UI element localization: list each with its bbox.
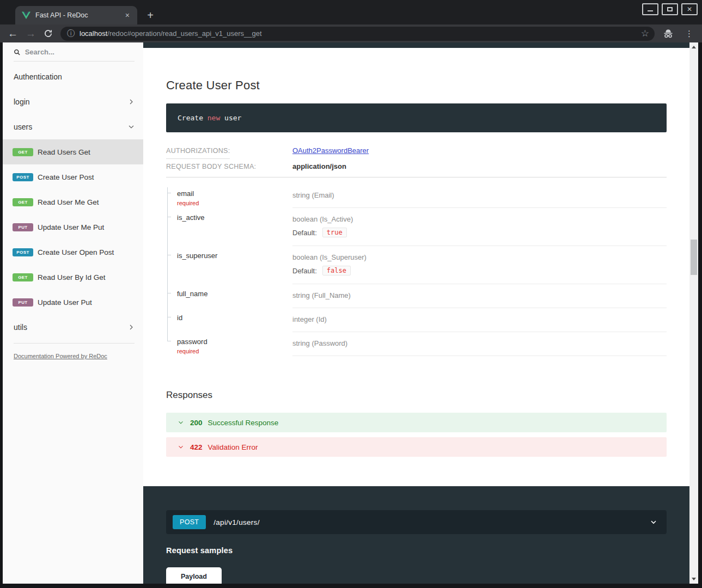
field-default-row: Default:false (292, 266, 667, 275)
browser-menu-icon[interactable]: ⋮ (682, 29, 697, 39)
browser-tab-bar: Fast API - ReDoc × + ✕ (0, 0, 702, 24)
schema-field-full-name: full_namestring (Full_Name) (166, 284, 667, 308)
schema-field-is-active: is_activeboolean (Is_Active)Default:true (166, 208, 667, 246)
method-badge-put: PUT (13, 298, 33, 307)
required-label: required (177, 200, 292, 206)
url-path: /redoc#operation/read_users_api_v1_users… (107, 29, 261, 38)
tab-title: Fast API - ReDoc (35, 11, 118, 19)
responses-title: Responses (166, 390, 667, 401)
search-input[interactable] (25, 48, 135, 56)
browser-tab[interactable]: Fast API - ReDoc × (15, 6, 137, 24)
page-scrollbar[interactable] (689, 42, 698, 584)
method-badge-post: POST (13, 173, 33, 181)
schema-field-id: idinteger (Id) (166, 308, 667, 332)
page-viewport: AuthenticationloginusersGETRead Users Ge… (0, 42, 702, 584)
description-pre: Create (178, 114, 207, 122)
sidebar-item-utils[interactable]: utils (3, 315, 143, 340)
default-value: true (322, 228, 347, 237)
field-name: full_name (177, 290, 292, 298)
redoc-footer-link[interactable]: Documentation Powered by ReDoc (14, 353, 107, 359)
tab-close-icon[interactable]: × (123, 10, 132, 20)
operation-section: Create User Post Create new user AUTHORI… (143, 78, 689, 457)
search-row (14, 48, 135, 62)
chevron-down-icon (649, 518, 658, 526)
oauth2-link[interactable]: OAuth2PasswordBearer (292, 146, 369, 155)
response-code: 422 (190, 443, 203, 451)
new-tab-button[interactable]: + (143, 8, 158, 23)
scrollbar-up-icon[interactable] (692, 46, 696, 48)
field-type-cell: boolean (Is_Superuser)Default:false (292, 246, 667, 284)
tree-connector (166, 284, 177, 308)
sidebar-item-update-user-me-put[interactable]: PUTUpdate User Me Put (3, 215, 143, 240)
schema-field-password: passwordrequiredstring (Password) (166, 332, 667, 356)
vue-favicon-icon (22, 11, 30, 20)
close-button[interactable]: ✕ (681, 3, 698, 15)
bookmark-star-icon[interactable]: ☆ (641, 28, 649, 39)
field-type: string (Password) (292, 339, 667, 347)
sidebar-item-read-user-by-id-get[interactable]: GETRead User By Id Get (3, 265, 143, 290)
sidebar-item-read-users-get[interactable]: GETRead Users Get (3, 139, 143, 164)
window-controls: ✕ (642, 3, 698, 15)
sidebar-item-authentication[interactable]: Authentication (3, 64, 143, 89)
scrollbar-thumb[interactable] (691, 240, 697, 275)
close-icon: ✕ (687, 6, 692, 13)
sidebar-item-label: users (14, 122, 127, 131)
field-type-cell: boolean (Is_Active)Default:true (292, 208, 667, 246)
default-value: false (322, 266, 351, 275)
sidebar-item-update-user-put[interactable]: PUTUpdate User Put (3, 290, 143, 315)
field-name: id (177, 314, 292, 322)
sidebar-item-read-user-me-get[interactable]: GETRead User Me Get (3, 189, 143, 215)
field-type: string (Full_Name) (292, 291, 667, 299)
request-samples-title: Request samples (166, 546, 667, 555)
sidebar-item-label: Read User Me Get (38, 198, 136, 206)
url-text: localhost/redoc#operation/read_users_api… (80, 29, 636, 38)
sidebar-item-label: Create User Post (38, 173, 136, 181)
address-bar[interactable]: ⓘ localhost/redoc#operation/read_users_a… (60, 27, 655, 41)
method-badge-put: PUT (13, 223, 33, 231)
method-badge-post: POST (13, 248, 33, 256)
field-name-cell: emailrequired (177, 184, 292, 208)
operation-description-code: Create new user (166, 103, 667, 132)
responses-list: 200Successful Response422Validation Erro… (166, 413, 667, 457)
sidebar-item-create-user-post[interactable]: POSTCreate User Post (3, 164, 143, 189)
tree-connector (166, 246, 177, 284)
url-host: localhost (80, 29, 107, 38)
maximize-button[interactable] (662, 3, 678, 15)
chevron-down-icon (177, 443, 185, 451)
authorizations-row: AUTHORIZATIONS: OAuth2PasswordBearer (166, 146, 667, 155)
back-button[interactable]: ← (8, 28, 18, 39)
sidebar-item-create-user-open-post[interactable]: POSTCreate User Open Post (3, 240, 143, 265)
endpoint-bar[interactable]: POST /api/v1/users/ (166, 510, 667, 534)
description-highlight: new (207, 114, 220, 122)
sidebar-item-label: Update User Put (38, 298, 136, 307)
field-name: is_superuser (177, 252, 292, 260)
field-name: email (177, 189, 292, 198)
schema-table: emailrequiredstring (Email)is_activebool… (166, 184, 667, 356)
reload-button[interactable] (44, 29, 53, 38)
field-name-cell: full_name (177, 284, 292, 308)
request-body-label: REQUEST BODY SCHEMA: (166, 163, 292, 170)
response-banner-200[interactable]: 200Successful Response (166, 413, 667, 432)
sidebar-item-users[interactable]: users (3, 114, 143, 139)
field-type-cell: string (Password) (292, 332, 667, 356)
sidebar: AuthenticationloginusersGETRead Users Ge… (3, 42, 143, 584)
scrollbar-down-icon[interactable] (692, 578, 696, 580)
sidebar-item-label: login (14, 97, 127, 106)
sample-tab-payload[interactable]: Payload (166, 567, 222, 584)
search-icon (14, 48, 21, 56)
page-info-icon[interactable]: ⓘ (67, 29, 75, 39)
authorizations-label: AUTHORIZATIONS: (166, 147, 292, 155)
field-type: string (Email) (292, 191, 667, 199)
sidebar-item-login[interactable]: login (3, 89, 143, 114)
response-banner-422[interactable]: 422Validation Error (166, 437, 667, 457)
schema-field-is-superuser: is_superuserboolean (Is_Superuser)Defaul… (166, 246, 667, 284)
sidebar-footer: Documentation Powered by ReDoc (14, 343, 135, 360)
response-label: Validation Error (208, 443, 258, 451)
previous-section-dark-band (143, 42, 689, 48)
field-name: password (177, 338, 292, 346)
minimize-button[interactable] (642, 3, 658, 15)
field-name: is_active (177, 213, 292, 222)
sidebar-item-label: utils (14, 323, 127, 332)
field-name-cell: id (177, 308, 292, 332)
schema-field-email: emailrequiredstring (Email) (166, 184, 667, 208)
